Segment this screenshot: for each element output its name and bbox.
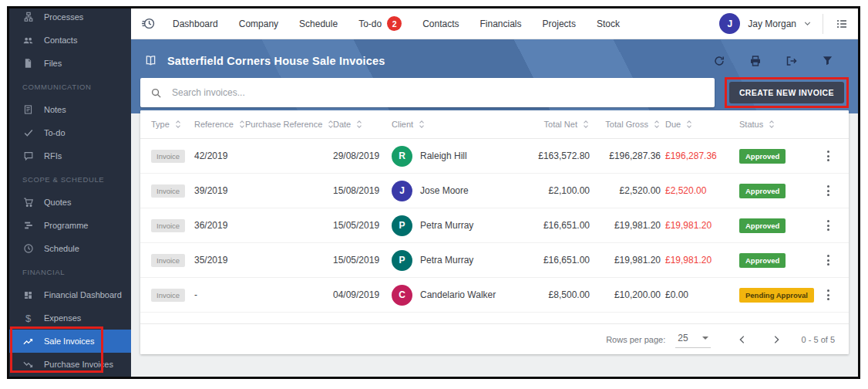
client-cell: P Petra Murray [392,250,514,271]
total-net-cell: £16,651.00 [519,255,590,266]
client-name: Candelario Walker [420,289,496,300]
next-page-button[interactable] [768,331,785,348]
sidebar-item-label: Programme [44,221,88,230]
filter-icon[interactable] [820,53,835,68]
column-header-status[interactable]: Status [739,120,818,129]
page-banner: Satterfield Corners House Sale Invoices [131,39,858,113]
column-header-total-net[interactable]: Total Net [519,120,590,129]
sidebar-item-expenses[interactable]: $ Expenses [9,306,131,330]
content-body: Type Reference Purchase Reference Date C… [131,113,858,377]
table-row[interactable]: Invoice 39/2019 15/08/2019 J Jose Moore … [140,174,849,208]
date-cell: 29/08/2019 [333,151,387,161]
search-input[interactable] [172,87,705,98]
sidebar-item-processes[interactable]: Processes [9,8,131,29]
sidebar-item-sale-invoices[interactable]: Sale Invoices [9,330,131,353]
column-header-due[interactable]: Due [665,120,735,129]
sidebar-item-financial-dashboard[interactable]: Financial Dashboard [9,283,131,306]
sidebar-section-communication: COMMUNICATION [9,75,131,98]
column-header-type[interactable]: Type [151,120,190,129]
sidebar-item-programme[interactable]: Programme [9,214,131,237]
status-badge: Approved [739,253,786,268]
row-menu-icon[interactable] [823,286,834,303]
history-icon[interactable] [141,16,156,31]
due-cell: £2,520.00 [665,185,735,196]
sort-icon [582,120,590,129]
table-row[interactable]: Invoice 42/2019 29/08/2019 R Raleigh Hil… [140,139,849,174]
sort-icon [685,120,693,129]
sidebar-item-label: Files [44,59,62,68]
row-menu-icon[interactable] [823,147,834,164]
due-cell: £19,981.20 [665,255,735,266]
due-cell: £0.00 [665,289,735,300]
type-chip: Invoice [151,150,185,163]
sidebar-item-todo[interactable]: To-do [9,121,131,144]
sidebar-item-quotes[interactable]: Quotes [9,191,131,214]
check-icon [22,127,34,139]
column-header-date[interactable]: Date [333,120,387,129]
sidebar-item-schedule[interactable]: Schedule [9,237,131,260]
tab-contacts[interactable]: Contacts [422,19,459,29]
chevron-down-icon [802,19,812,29]
refresh-icon[interactable] [712,53,727,69]
list-menu-icon[interactable] [832,14,852,34]
avatar: R [392,146,412,167]
page-title: Satterfield Corners House Sale Invoices [167,55,385,67]
invoices-table-card: Type Reference Purchase Reference Date C… [140,110,849,354]
total-gross-cell: £19,981.20 [594,255,661,266]
file-icon [22,58,34,69]
table-row[interactable]: Invoice 35/2019 15/05/2019 P Petra Murra… [140,243,849,278]
create-new-invoice-button[interactable]: CREATE NEW INVOICE [729,82,844,103]
client-cell: P Petra Murray [392,215,514,236]
row-menu-icon[interactable] [823,182,834,199]
chat-icon [22,151,34,162]
sidebar-item-label: Processes [44,12,83,22]
status-badge: Approved [739,184,786,198]
sort-icon [418,120,426,129]
sidebar-item-label: Contacts [44,36,77,45]
avatar: P [392,215,412,236]
dollar-icon: $ [22,313,34,324]
sidebar-item-contacts[interactable]: Contacts [9,29,131,52]
table-row[interactable]: Invoice - 04/09/2019 C Candelario Walker… [140,278,849,313]
column-header-total-gross[interactable]: Total Gross [594,120,661,129]
user-menu[interactable]: J Jay Morgan [719,13,812,34]
nav-items: Dashboard Company Schedule To-do 2 Conta… [173,16,620,31]
sort-icon [768,120,775,129]
type-chip: Invoice [151,219,185,232]
book-icon [144,55,157,66]
sort-icon [174,120,182,129]
row-menu-icon[interactable] [823,217,834,234]
column-header-purchase-reference[interactable]: Purchase Reference [245,120,328,129]
tab-todo[interactable]: To-do 2 [358,16,402,31]
date-cell: 15/05/2019 [333,255,387,266]
sidebar-item-label: Purchase Invoices [44,360,113,369]
tab-company[interactable]: Company [239,19,278,29]
tab-financials[interactable]: Financials [480,19,522,29]
sidebar-item-files[interactable]: Files [9,52,131,75]
sidebar-item-notes[interactable]: Notes [9,98,131,121]
table-row[interactable]: Invoice 36/2019 15/05/2019 P Petra Murra… [140,208,849,243]
column-header-client[interactable]: Client [392,120,514,129]
total-gross-cell: £196,287.36 [594,151,661,161]
cart-icon [22,197,34,208]
column-header-reference[interactable]: Reference [194,120,241,129]
sort-icon [355,120,363,129]
type-chip: Invoice [151,289,185,302]
rows-per-page-select[interactable]: 25 [675,331,710,348]
top-navigation: Dashboard Company Schedule To-do 2 Conta… [131,8,858,39]
export-icon[interactable] [784,53,799,69]
type-chip: Invoice [151,184,185,198]
row-menu-icon[interactable] [823,252,834,269]
tab-schedule[interactable]: Schedule [299,19,338,29]
tab-projects[interactable]: Projects [543,19,576,29]
tab-dashboard[interactable]: Dashboard [173,19,218,29]
gantt-icon [22,220,34,232]
print-icon[interactable] [748,53,763,69]
previous-page-button[interactable] [734,331,751,348]
date-cell: 15/05/2019 [333,220,387,231]
sidebar-item-label: Schedule [44,244,79,253]
tab-stock[interactable]: Stock [597,19,620,29]
search-icon [150,87,162,99]
sidebar-item-purchase-invoices[interactable]: Purchase Invoices [9,353,131,376]
sidebar-item-rfis[interactable]: RFIs [9,144,131,167]
